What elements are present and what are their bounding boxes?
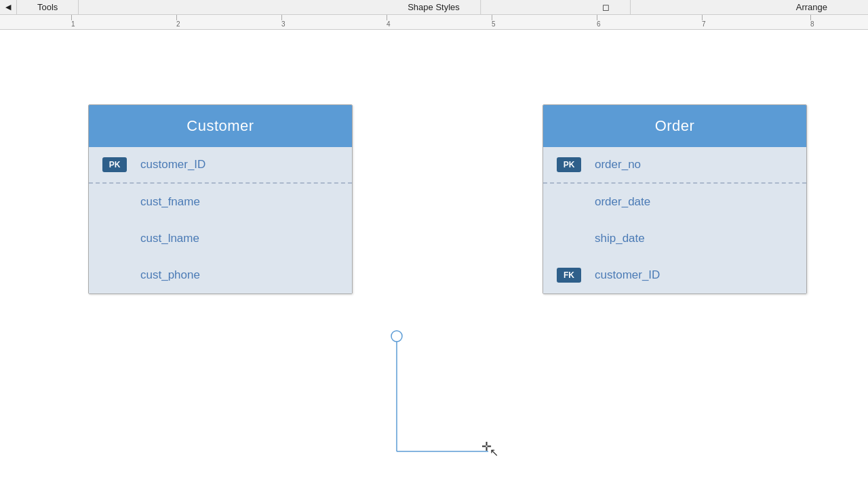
order-customer-id-row: FK customer_ID [543, 257, 806, 293]
customer-fname-row: cust_fname [89, 184, 352, 220]
shape-styles-label: Shape Styles [408, 2, 460, 12]
ruler-tick: 4 [387, 15, 391, 30]
customer-table-title: Customer [186, 117, 254, 134]
customer-phone-field: cust_phone [140, 268, 200, 282]
arrange-menu[interactable]: Arrange [776, 0, 848, 14]
order-date-row: order_date [543, 184, 806, 220]
ruler-tick: 8 [810, 15, 814, 30]
ship-date-row: ship_date [543, 220, 806, 257]
order-pk-row: PK order_no [543, 147, 806, 184]
order-date-field: order_date [595, 195, 650, 209]
customer-phone-row: cust_phone [89, 257, 352, 293]
order-table-body: PK order_no order_date ship_date FK cust… [543, 147, 806, 293]
order-pk-badge: PK [557, 157, 581, 172]
order-customer-id-field: customer_ID [595, 268, 660, 282]
shape-icon: ◻ [602, 2, 610, 12]
customer-table-body: PK customer_ID cust_fname cust_lname cus… [89, 147, 352, 293]
customer-pk-badge: PK [102, 157, 127, 172]
cursor-arrow: ↖ [490, 446, 498, 459]
customer-table: Customer PK customer_ID cust_fname cust_… [88, 104, 353, 294]
ruler-tick: 2 [176, 15, 180, 30]
ruler-tick: 7 [702, 15, 706, 30]
arrange-label: Arrange [796, 2, 827, 12]
tools-menu[interactable]: Tools [17, 0, 79, 14]
order-table-title: Order [655, 117, 695, 134]
ruler-tick: 6 [597, 15, 601, 30]
customer-lname-row: cust_lname [89, 220, 352, 257]
canvas[interactable]: Customer PK customer_ID cust_fname cust_… [0, 30, 868, 488]
tools-label: Tools [37, 2, 58, 12]
ruler-tick: 3 [281, 15, 285, 30]
customer-pk-row: PK customer_ID [89, 147, 352, 184]
order-table-header: Order [543, 105, 806, 147]
customer-table-header: Customer [89, 105, 352, 147]
ruler: 12345678 [0, 15, 868, 30]
shape-icon-item[interactable]: ◻ [582, 0, 631, 14]
connector-circle [391, 331, 402, 342]
customer-id-field: customer_ID [140, 158, 205, 171]
customer-fname-field: cust_fname [140, 195, 200, 209]
ruler-tick: 1 [71, 15, 75, 30]
customer-lname-field: cust_lname [140, 232, 199, 245]
ship-date-field: ship_date [595, 232, 645, 245]
shape-styles-menu[interactable]: Shape Styles [387, 0, 481, 14]
ruler-tick: 5 [492, 15, 496, 30]
back-icon[interactable]: ◀ [0, 0, 17, 14]
toolbar: ◀ Tools Shape Styles ◻ Arrange [0, 0, 868, 15]
order-no-field: order_no [595, 158, 641, 171]
order-fk-badge: FK [557, 268, 581, 283]
order-table: Order PK order_no order_date ship_date F… [542, 104, 807, 294]
